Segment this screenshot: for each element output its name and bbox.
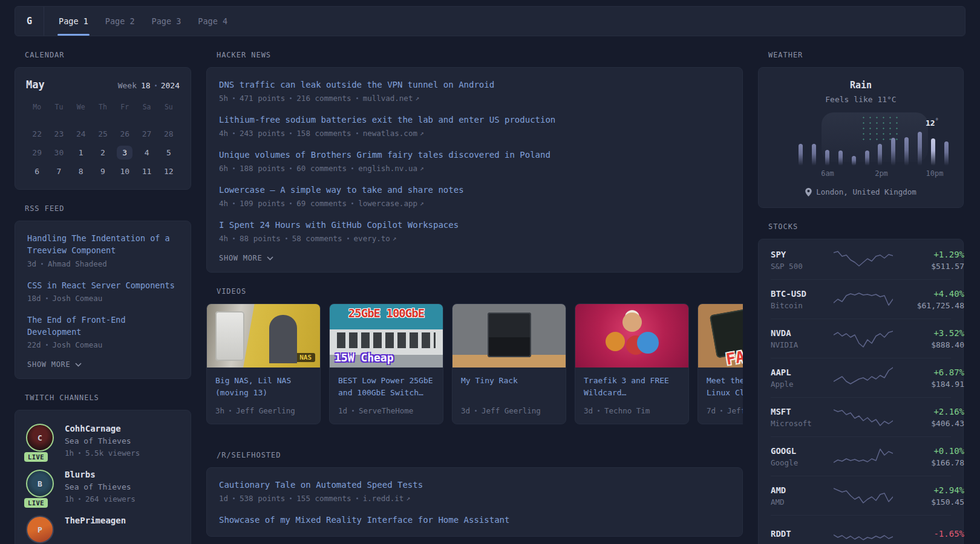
hn-comments[interactable]: 69 comments bbox=[296, 199, 347, 208]
calendar-day: 3 bbox=[114, 143, 136, 162]
calendar-day: 4 bbox=[136, 143, 157, 162]
hn-story-meta: 6h 188 points 60 comments english.nv.ua bbox=[219, 164, 730, 173]
stock-row[interactable]: AMD AMD +2.94% $150.45 bbox=[771, 476, 951, 515]
reddit-post-link[interactable]: Cautionary Tale on Automated Speed Tests bbox=[219, 479, 730, 491]
live-badge: LIVE bbox=[24, 452, 48, 462]
hn-domain-link[interactable]: english.nv.ua bbox=[358, 164, 417, 173]
hn-domain-link[interactable]: newatlas.com bbox=[363, 129, 417, 138]
stock-row[interactable]: GOOGL Google +0.10% $166.78 bbox=[771, 436, 951, 476]
hn-domain-link[interactable]: mullvad.net bbox=[363, 94, 413, 103]
video-title-link[interactable]: Meet the Linux Clu bbox=[707, 375, 743, 400]
stock-row[interactable]: AAPL Apple +6.87% $184.91 bbox=[771, 358, 951, 397]
hn-comments[interactable]: 158 comments bbox=[296, 129, 351, 138]
stock-symbol: MSFT bbox=[771, 407, 834, 416]
separator-dot bbox=[233, 497, 235, 499]
stock-row[interactable]: RDDT -1.65% bbox=[771, 515, 951, 544]
reddit-item: Showcase of my Mixed Reality Interface f… bbox=[219, 514, 730, 526]
stock-company: AMD bbox=[771, 497, 834, 507]
twitch-channel-name: ThePrimeagen bbox=[65, 516, 126, 525]
video-thumbnail[interactable] bbox=[575, 304, 688, 368]
hn-comments[interactable]: 60 comments bbox=[296, 164, 347, 173]
rss-item-link[interactable]: CSS in React Server Components bbox=[27, 279, 178, 291]
video-age: 3d bbox=[461, 406, 470, 415]
hn-domain-link[interactable]: every.to bbox=[354, 234, 390, 243]
twitch-uptime: 1h bbox=[65, 494, 74, 504]
hn-show-more-button[interactable]: SHOW MORE bbox=[219, 254, 730, 262]
hn-story-link[interactable]: Lithium-free sodium batteries exit the l… bbox=[219, 114, 730, 126]
hn-story-link[interactable]: Unique volumes of Brothers Grimm fairy t… bbox=[219, 149, 730, 161]
stock-sparkline bbox=[834, 523, 893, 544]
hn-story-meta: 5h 471 points 216 comments mullvad.net bbox=[219, 94, 730, 103]
external-link-icon bbox=[406, 494, 410, 502]
dashboard-columns: CALENDAR May Week 18 2024 Mo T bbox=[15, 36, 965, 544]
hn-story-link[interactable]: DNS traffic can leak outside the VPN tun… bbox=[219, 79, 730, 91]
video-title-link[interactable]: Traefik 3 and FREE Wildcard… bbox=[584, 375, 680, 400]
video-thumbnail[interactable]: LIL NAS bbox=[207, 304, 320, 368]
page-tab[interactable]: Page 4 bbox=[197, 7, 229, 36]
hn-story-link[interactable]: Lowercase – A simple way to take and sha… bbox=[219, 184, 730, 196]
stock-price: $184.91 bbox=[893, 380, 964, 389]
twitch-channel-row[interactable]: P ThePrimeagen bbox=[26, 510, 180, 544]
separator-dot bbox=[79, 498, 80, 500]
video-thumbnail[interactable]: FAS bbox=[698, 304, 743, 368]
hn-story-link[interactable]: I Spent 24 Hours with GitHub Copilot Wor… bbox=[219, 219, 730, 232]
hackernews-list: DNS traffic can leak outside the VPN tun… bbox=[219, 79, 730, 243]
rss-item-link[interactable]: Handling The Indentation of a Treeview C… bbox=[27, 232, 178, 257]
video-title-link[interactable]: Big NAS, Lil NAS (moving 13) bbox=[215, 375, 312, 400]
reddit-domain-link[interactable]: i.redd.it bbox=[363, 494, 404, 503]
video-meta: 7d Jeff bbox=[707, 406, 743, 415]
video-card: 25GbE 100GbE 15W Cheap BEST Low Power 25… bbox=[329, 303, 443, 424]
temperature-bar bbox=[838, 151, 843, 166]
hn-comments[interactable]: 58 comments bbox=[292, 234, 342, 243]
stock-company: Apple bbox=[771, 380, 834, 389]
page-tab[interactable]: Page 2 bbox=[104, 7, 136, 36]
rss-item-link[interactable]: The End of Front-End Development bbox=[27, 314, 178, 338]
stock-price: $406.43 bbox=[893, 419, 964, 428]
time-tick: 6am bbox=[821, 169, 834, 178]
stock-row[interactable]: BTC-USD Bitcoin +4.40% $61,725.48 bbox=[771, 279, 951, 319]
app-logo[interactable]: G bbox=[15, 7, 44, 36]
reddit-widget: Cautionary Tale on Automated Speed Tests… bbox=[206, 467, 743, 537]
reddit-comments[interactable]: 155 comments bbox=[296, 494, 351, 503]
live-badge: LIVE bbox=[24, 498, 48, 508]
calendar-day: 27 bbox=[136, 125, 157, 143]
rss-item: CSS in React Server Components 18d Josh … bbox=[27, 279, 178, 303]
rss-item: The End of Front-End Development 22d Jos… bbox=[27, 314, 178, 350]
video-thumbnail[interactable] bbox=[452, 304, 566, 368]
video-channel[interactable]: Jeff bbox=[727, 406, 743, 415]
twitch-channel-row[interactable]: C LIVE CohhCarnage Sea of Thieves 1h 5.5… bbox=[26, 418, 180, 464]
page-tab[interactable]: Page 1 bbox=[57, 7, 90, 36]
reddit-list: Cautionary Tale on Automated Speed Tests… bbox=[219, 479, 730, 526]
rss-show-more-button[interactable]: SHOW MORE bbox=[27, 360, 178, 369]
stock-symbol: BTC-USD bbox=[771, 289, 834, 299]
stock-symbol: AAPL bbox=[771, 368, 834, 377]
video-title-link[interactable]: BEST Low Power 25GbE and 100GbE Switch… bbox=[338, 375, 434, 400]
stock-id: SPY S&P 500 bbox=[771, 250, 834, 271]
video-title-link[interactable]: My Tiny Rack bbox=[461, 375, 557, 400]
stock-row[interactable]: SPY S&P 500 +1.29% $511.57 bbox=[771, 241, 951, 279]
rss-item-author: Josh Comeau bbox=[53, 340, 103, 349]
chevron-down-icon bbox=[75, 363, 82, 367]
stock-row[interactable]: MSFT Microsoft +2.16% $406.43 bbox=[771, 397, 951, 436]
video-channel[interactable]: Techno Tim bbox=[604, 406, 650, 415]
stock-values: +2.16% $406.43 bbox=[893, 407, 964, 428]
video-channel[interactable]: ServeTheHome bbox=[359, 406, 413, 415]
rss-item-meta: 22d Josh Comeau bbox=[27, 340, 178, 349]
video-channel[interactable]: Jeff Geerling bbox=[482, 406, 541, 415]
hn-comments[interactable]: 216 comments bbox=[296, 94, 351, 103]
hn-domain-link[interactable]: lowercase.app bbox=[358, 199, 417, 208]
stock-row[interactable]: NVDA NVIDIA +3.52% $888.40 bbox=[771, 319, 951, 358]
page-tab-label: Page 3 bbox=[152, 16, 181, 26]
calendar-day: 25 bbox=[92, 125, 114, 143]
reddit-post-link[interactable]: Showcase of my Mixed Reality Interface f… bbox=[219, 514, 730, 526]
calendar-day: 22 bbox=[26, 125, 48, 143]
video-age: 1d bbox=[338, 406, 347, 415]
video-channel[interactable]: Jeff Geerling bbox=[236, 406, 295, 415]
stock-id: MSFT Microsoft bbox=[771, 407, 834, 428]
page-tab[interactable]: Page 3 bbox=[151, 7, 183, 36]
videos-row[interactable]: LIL NAS Big NAS, Lil NAS (moving 13) 3h … bbox=[206, 303, 743, 424]
stocks-widget: SPY S&P 500 +1.29% $511.57 BTC-USD bbox=[758, 239, 964, 544]
external-link-icon bbox=[420, 164, 424, 172]
twitch-channel-row[interactable]: B LIVE Blurbs Sea of Thieves 1h 264 view… bbox=[26, 464, 180, 510]
video-thumbnail[interactable]: 25GbE 100GbE 15W Cheap bbox=[330, 304, 443, 368]
